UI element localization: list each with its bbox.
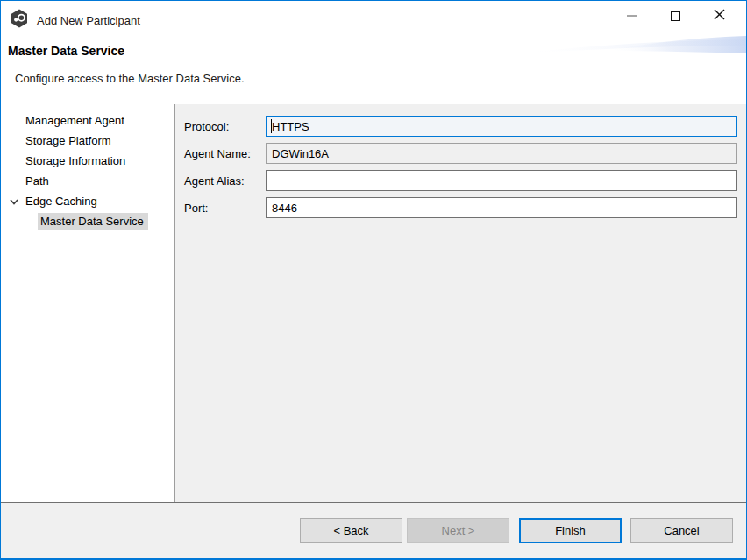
sidebar-item-edge-caching[interactable]: Edge Caching: [1, 191, 174, 211]
wizard-steps-sidebar: Management Agent Storage Platform Storag…: [1, 104, 175, 502]
sidebar-item-master-data-service[interactable]: Master Data Service: [1, 211, 174, 231]
protocol-label: Protocol:: [184, 120, 266, 133]
header-swoosh-decoration: [466, 32, 746, 57]
sidebar-item-storage-platform[interactable]: Storage Platform: [1, 131, 174, 151]
agent-name-label: Agent Name:: [184, 147, 266, 160]
minimize-icon: [627, 15, 637, 17]
agent-alias-input[interactable]: [266, 170, 737, 191]
selected-step-highlight: Master Data Service: [38, 213, 148, 230]
title-bar: Add New Participant: [1, 1, 746, 36]
protocol-input[interactable]: [266, 116, 737, 137]
add-new-participant-dialog: Add New Participant: [0, 0, 747, 560]
port-label: Port:: [184, 202, 266, 215]
agent-name-input: [266, 143, 737, 164]
wizard-step-header: Master Data Service Configure access to …: [1, 36, 746, 103]
maximize-icon: [671, 11, 680, 21]
chevron-down-icon[interactable]: [8, 195, 20, 208]
sidebar-item-storage-information[interactable]: Storage Information: [1, 151, 174, 171]
agent-alias-label: Agent Alias:: [184, 174, 266, 188]
next-button: Next >: [407, 518, 509, 543]
app-hexagon-logo-icon: [10, 9, 29, 31]
page-subtitle: Configure access to the Master Data Serv…: [15, 72, 245, 85]
page-title: Master Data Service: [8, 44, 125, 58]
dialog-footer: < Back Next > Finish Cancel: [1, 502, 746, 558]
close-button[interactable]: [697, 1, 741, 31]
finish-button[interactable]: Finish: [519, 518, 622, 543]
minimize-button[interactable]: [609, 1, 653, 31]
text-caret: [271, 119, 272, 133]
close-icon: [714, 9, 725, 23]
form-panel: Protocol: Agent Name: Agent Alias: P: [175, 104, 746, 502]
sidebar-item-path[interactable]: Path: [1, 171, 174, 191]
window-title: Add New Participant: [37, 12, 140, 27]
port-input[interactable]: [266, 197, 737, 218]
sidebar-item-management-agent[interactable]: Management Agent: [1, 110, 174, 131]
maximize-button[interactable]: [653, 1, 697, 31]
back-button[interactable]: < Back: [300, 518, 402, 543]
dialog-body: Management Agent Storage Platform Storag…: [1, 104, 746, 502]
cancel-button[interactable]: Cancel: [630, 518, 733, 543]
